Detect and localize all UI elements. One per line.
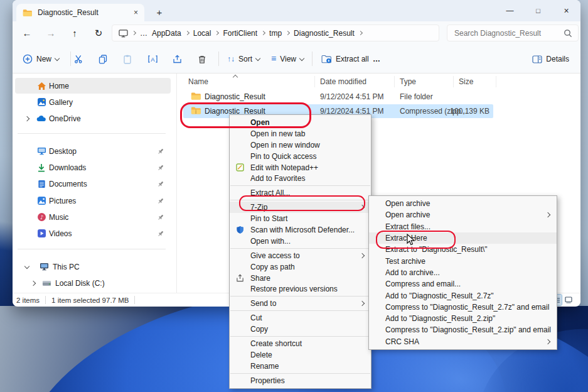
menu-item-open-with[interactable]: Open with... xyxy=(230,236,371,247)
submenu-item-extract-to-folder[interactable]: Extract to "Diagnostic_Result\" xyxy=(369,244,557,255)
menu-item-label: Add to Favorites xyxy=(250,174,305,183)
menu-item-copy-as-path[interactable]: Copy as path xyxy=(230,261,371,273)
submenu-item-add-to-7z[interactable]: Add to "Diagnostic_Result_2.7z" xyxy=(369,290,557,301)
menu-item-delete[interactable]: Delete xyxy=(230,349,371,361)
breadcrumb-item[interactable]: FortiClient xyxy=(223,29,257,38)
submenu-item-extract-files[interactable]: Extract files... xyxy=(369,221,557,232)
paste-button[interactable] xyxy=(120,52,135,66)
search-input[interactable] xyxy=(453,28,564,38)
new-tab-button[interactable]: + xyxy=(152,4,167,19)
sidebar-item-label: Documents xyxy=(49,180,87,188)
refresh-button[interactable]: ↻ xyxy=(89,24,108,42)
context-menu: Open Open in new tab Open in new window … xyxy=(229,114,372,389)
column-header-type[interactable]: Type xyxy=(400,77,416,86)
submenu-item-compress-7z-email[interactable]: Compress to "Diagnostic_Result_2.7z" and… xyxy=(369,302,557,313)
menu-item-cut[interactable]: Cut xyxy=(230,312,371,324)
tab-close-icon[interactable]: × xyxy=(134,8,138,17)
menu-item-label: Open with... xyxy=(250,237,291,246)
submenu-item-compress-zip-email[interactable]: Compress to "Diagnostic_Result_2.zip" an… xyxy=(369,324,557,335)
new-button[interactable]: New xyxy=(20,51,61,67)
back-button[interactable]: ← xyxy=(18,24,36,42)
column-divider[interactable] xyxy=(394,76,395,87)
column-divider[interactable] xyxy=(453,76,454,87)
sidebar-item-desktop[interactable]: Desktop xyxy=(15,143,171,159)
menu-item-edit-with-notepadpp[interactable]: Edit with Notepad++ xyxy=(230,162,371,173)
breadcrumb-item[interactable]: Diagnostic_Result xyxy=(294,29,355,38)
menu-item-restore-previous-versions[interactable]: Restore previous versions xyxy=(230,283,371,295)
rename-button[interactable]: A xyxy=(145,52,160,66)
column-header-size[interactable]: Size xyxy=(459,77,473,86)
menu-item-open[interactable]: Open xyxy=(230,117,371,128)
sort-button[interactable]: ↑↓ Sort xyxy=(225,51,262,67)
menu-item-properties[interactable]: Properties xyxy=(230,375,371,386)
chevron-right-icon xyxy=(261,31,265,35)
column-header-name[interactable]: Name xyxy=(188,77,208,86)
column-divider[interactable] xyxy=(496,76,496,87)
column-header-date[interactable]: Date modified xyxy=(320,77,366,86)
menu-item-label: Copy as path xyxy=(250,263,295,271)
thumbnail-view-toggle[interactable] xyxy=(564,295,574,305)
menu-separator xyxy=(230,336,370,337)
submenu-item-test-archive[interactable]: Test archive xyxy=(369,255,557,266)
sidebar-item-local-disk[interactable]: Local Disk (C:) xyxy=(15,275,171,291)
copy-button[interactable] xyxy=(95,52,110,66)
submenu-item-open-archive[interactable]: Open archive xyxy=(369,198,557,209)
sidebar-item-this-pc[interactable]: This PC xyxy=(15,259,171,275)
submenu-item-add-to-zip[interactable]: Add to "Diagnostic_Result_2.zip" xyxy=(369,313,557,324)
tab-title: Diagnostic_Result xyxy=(38,8,129,17)
submenu-item-compress-and-email[interactable]: Compress and email... xyxy=(369,278,557,290)
trash-icon xyxy=(198,55,206,64)
menu-item-give-access-to[interactable]: Give access to xyxy=(230,250,371,261)
submenu-item-extract-here[interactable]: Extract Here xyxy=(369,232,557,244)
address-bar: ← → ↑ ↻ … AppData Local FortiClient tmp … xyxy=(13,21,580,45)
menu-item-pin-to-start[interactable]: Pin to Start xyxy=(230,213,371,224)
pictures-icon xyxy=(36,196,46,206)
submenu-item-crc-sha[interactable]: CRC SHA xyxy=(369,336,557,347)
menu-item-add-to-favorites[interactable]: Add to Favorites xyxy=(230,173,371,184)
menu-item-open-in-new-tab[interactable]: Open in new tab xyxy=(230,128,371,139)
submenu-item-add-to-archive[interactable]: Add to archive... xyxy=(369,267,557,278)
minimize-button[interactable]: — xyxy=(496,0,524,21)
menu-item-rename[interactable]: Rename xyxy=(230,361,371,372)
breadcrumb-item[interactable]: Local xyxy=(193,29,211,38)
up-button[interactable]: ↑ xyxy=(65,24,84,42)
menu-item-label: Compress to "Diagnostic_Result_2.zip" an… xyxy=(385,325,551,334)
cut-button[interactable] xyxy=(71,52,86,66)
menu-item-scan-with-defender[interactable]: Scan with Microsoft Defender... xyxy=(230,224,371,236)
column-divider[interactable] xyxy=(314,76,315,87)
file-row-folder[interactable]: Diagnostic_Result 9/12/2024 4:51 PM File… xyxy=(13,90,580,104)
breadcrumb-item[interactable]: tmp xyxy=(269,29,282,38)
breadcrumb-ellipsis[interactable]: … xyxy=(140,29,147,38)
maximize-button[interactable]: □ xyxy=(524,0,552,21)
details-pane-button[interactable]: Details xyxy=(530,51,572,67)
menu-item-send-to[interactable]: Send to xyxy=(230,298,371,309)
seven-zip-submenu: Open archive Open archive Extract files.… xyxy=(368,195,557,350)
menu-item-open-in-new-window[interactable]: Open in new window xyxy=(230,139,371,151)
sidebar-item-videos[interactable]: Videos xyxy=(15,226,171,241)
forward-button[interactable]: → xyxy=(41,24,60,42)
search-box[interactable] xyxy=(447,24,579,41)
submenu-item-open-archive-with[interactable]: Open archive xyxy=(369,209,557,220)
delete-button[interactable] xyxy=(195,52,210,66)
sidebar-item-downloads[interactable]: Downloads xyxy=(15,160,171,175)
download-icon xyxy=(36,163,46,173)
extract-all-button[interactable]: Extract all xyxy=(319,51,372,67)
menu-item-create-shortcut[interactable]: Create shortcut xyxy=(230,338,371,349)
menu-item-extract-all[interactable]: Extract All... xyxy=(230,187,371,199)
view-button[interactable]: ≡ View xyxy=(269,51,306,67)
sidebar-item-documents[interactable]: Documents xyxy=(15,176,171,192)
sidebar-item-pictures[interactable]: Pictures xyxy=(15,193,171,209)
explorer-tab[interactable]: Diagnostic_Result × xyxy=(16,4,144,21)
sort-ascending-icon xyxy=(233,75,238,80)
menu-item-7zip[interactable]: 7-Zip xyxy=(230,202,371,213)
menu-item-copy[interactable]: Copy xyxy=(230,324,371,335)
breadcrumb-item[interactable]: AppData xyxy=(152,29,181,38)
breadcrumb[interactable]: … AppData Local FortiClient tmp Diagnost… xyxy=(112,24,439,41)
menu-item-pin-to-quick-access[interactable]: Pin to Quick access xyxy=(230,151,371,162)
more-options-button[interactable]: … xyxy=(370,51,383,67)
menu-item-label: Open in new tab xyxy=(250,129,305,138)
close-button[interactable]: × xyxy=(552,0,580,21)
sidebar-item-music[interactable]: ♪ Music xyxy=(15,209,171,225)
menu-item-share[interactable]: Share xyxy=(230,273,371,284)
share-button[interactable] xyxy=(169,52,184,66)
